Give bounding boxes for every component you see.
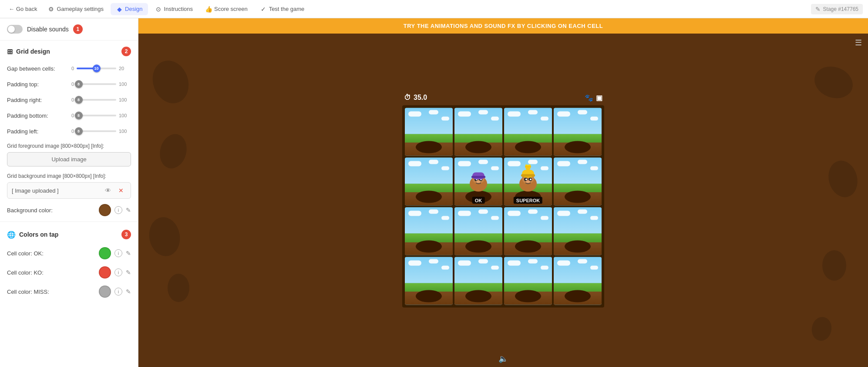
tab-gameplay[interactable]: ⚙ Gameplay settings — [42, 3, 109, 15]
grid-icon: ⊞ — [7, 48, 13, 56]
padding-bottom-slider-wrap: 8 — [77, 111, 116, 120]
colors-on-tap-title-wrap: 🌐 Colors on tap — [7, 231, 58, 239]
preview-canvas: ☰ ⏱ 35.0 🐾 ▣ — [138, 34, 868, 367]
grid-cell-14[interactable] — [504, 257, 552, 305]
padding-bottom-thumb[interactable]: 8 — [75, 112, 83, 119]
padding-right-row: Padding right: 0 8 100 — [0, 92, 138, 108]
padding-bottom-max: 100 — [119, 113, 131, 118]
fg-image-label-row: Grid foreground image [800×800px] [Info]… — [0, 139, 138, 150]
padding-left-slider-wrap: 8 — [77, 127, 116, 136]
grid-cell-1[interactable] — [454, 108, 502, 156]
tab-instructions[interactable]: ⊙ Instructions — [150, 3, 198, 15]
sidebar: Disable sounds 1 ⊞ Grid design 2 Gap bet… — [0, 18, 138, 367]
bg-color-row: Background color: i ✎ — [0, 200, 138, 220]
back-label: Go back — [16, 6, 37, 12]
gap-max: 20 — [119, 66, 131, 71]
step-badge-2: 2 — [121, 47, 131, 56]
stage-badge: ✎ Stage #147765 — [811, 4, 863, 14]
grid-cell-10[interactable] — [504, 207, 552, 255]
padding-top-slider-wrap: 8 — [77, 80, 116, 88]
tab-design[interactable]: ◆ Design — [111, 3, 148, 15]
tab-score-screen[interactable]: 👍 Score screen — [200, 3, 253, 15]
grid-cell-4[interactable] — [405, 157, 453, 205]
disable-sounds-toggle[interactable] — [7, 25, 23, 34]
back-button[interactable]: ← Go back — [5, 4, 40, 14]
svg-point-30 — [527, 164, 529, 166]
colors-on-tap-title: Colors on tap — [19, 231, 58, 238]
cell-ok-row: Cell color: OK: i ✎ — [0, 244, 138, 263]
grid-cell-11[interactable] — [554, 207, 602, 255]
grid-cell-8[interactable] — [405, 207, 453, 255]
grid-cell-9[interactable] — [454, 207, 502, 255]
padding-left-track: 8 — [77, 130, 116, 132]
gap-min: 0 — [66, 66, 74, 71]
padding-left-label: Padding left: — [7, 128, 64, 135]
cell-ko-info-icon[interactable]: i — [114, 268, 122, 276]
game-area: ⏱ 35.0 🐾 ▣ OKSUPEROK — [402, 93, 604, 307]
timer-icon: ⏱ — [404, 94, 411, 102]
svg-point-9 — [476, 180, 481, 183]
grid-cell-6[interactable]: SUPEROK — [504, 157, 552, 205]
bg-color-label: Background color: — [7, 207, 95, 214]
tab-test[interactable]: ✓ Test the game — [255, 3, 310, 15]
grid-cell-3[interactable] — [554, 108, 602, 156]
preview-bg-image-button[interactable]: 👁 — [103, 185, 113, 196]
cell-miss-color-swatch[interactable] — [99, 285, 111, 298]
cell-miss-edit-icon[interactable]: ✎ — [126, 288, 131, 295]
grid-cell-15[interactable] — [554, 257, 602, 305]
padding-top-track: 8 — [77, 83, 116, 85]
score-boxes-icon: ▣ — [596, 93, 602, 102]
bg-color-info-icon[interactable]: i — [114, 206, 122, 214]
grid-cell-0[interactable] — [405, 108, 453, 156]
menu-icon[interactable]: ☰ — [855, 38, 862, 48]
cell-ko-color-swatch[interactable] — [99, 266, 111, 279]
padding-right-min: 0 — [66, 97, 74, 102]
grid-cell-12[interactable] — [405, 257, 453, 305]
svg-point-19 — [525, 178, 527, 180]
banner-text: TRY THE ANIMATIONS AND SOUND FX BY CLICK… — [404, 23, 603, 29]
cell-label-5: OK — [472, 197, 485, 204]
bg-image-label-row: Grid background image [800×800px] [Info]… — [0, 168, 138, 180]
padding-left-thumb[interactable]: 8 — [75, 127, 83, 135]
bg-color-swatch[interactable] — [99, 204, 111, 216]
volume-icon[interactable]: 🔈 — [498, 354, 508, 363]
preview-area: TRY THE ANIMATIONS AND SOUND FX BY CLICK… — [138, 18, 868, 367]
volume-icon-wrap: 🔈 — [498, 354, 508, 364]
grid-cell-7[interactable] — [554, 157, 602, 205]
padding-right-track: 8 — [77, 99, 116, 101]
cell-ok-edit-icon[interactable]: ✎ — [126, 250, 131, 257]
preview-banner: TRY THE ANIMATIONS AND SOUND FX BY CLICK… — [138, 18, 868, 34]
disable-sounds-row: Disable sounds 1 — [0, 18, 138, 41]
padding-top-max: 100 — [119, 82, 131, 87]
score-icon: 🐾 — [585, 93, 593, 102]
svg-rect-11 — [471, 176, 485, 178]
grid-cell-13[interactable] — [454, 257, 502, 305]
cell-ok-color-swatch[interactable] — [99, 247, 111, 259]
grid-cell-2[interactable] — [504, 108, 552, 156]
hud-timer: ⏱ 35.0 — [404, 94, 427, 102]
upload-fg-image-button[interactable]: Upload image — [7, 152, 131, 167]
top-nav: ← Go back ⚙ Gameplay settings ◆ Design ⊙… — [0, 0, 868, 18]
padding-left-thumb-label: 8 — [77, 129, 80, 133]
cell-miss-info-icon[interactable]: i — [114, 288, 122, 296]
bg-color-edit-icon[interactable]: ✎ — [126, 207, 131, 214]
fg-image-label: Grid foreground image [800×800px] [Info]… — [7, 143, 104, 149]
edit-stage-icon: ✎ — [815, 6, 821, 13]
circle-icon: ⊙ — [155, 6, 162, 13]
padding-right-thumb[interactable]: 8 — [75, 96, 83, 104]
delete-bg-image-button[interactable]: ✕ — [116, 185, 126, 196]
padding-left-row: Padding left: 0 8 100 — [0, 123, 138, 139]
diamond-icon: ◆ — [116, 6, 123, 13]
cell-ko-label: Cell color: KO: — [7, 269, 95, 276]
gap-slider-thumb[interactable]: 10 — [93, 65, 101, 72]
gap-slider-wrap: 10 — [77, 64, 116, 73]
grid-cell-5[interactable]: OK — [454, 157, 502, 205]
cell-ok-info-icon[interactable]: i — [114, 249, 122, 257]
bg-image-uploaded-text: [ Image uploaded ] — [12, 187, 100, 194]
padding-top-thumb[interactable]: 8 — [75, 80, 83, 88]
tab-design-label: Design — [125, 6, 142, 12]
svg-point-20 — [530, 178, 532, 180]
cell-ko-edit-icon[interactable]: ✎ — [126, 269, 131, 276]
check-icon: ✓ — [260, 6, 267, 13]
game-grid: OKSUPEROK — [402, 105, 604, 307]
